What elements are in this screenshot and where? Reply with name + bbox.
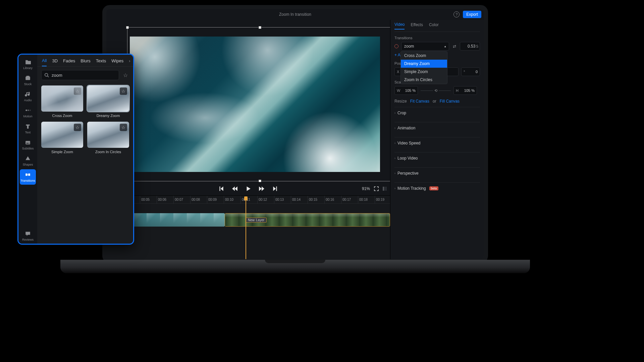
accordion-animation[interactable]: › Animation (394, 122, 480, 134)
scale-link-icon[interactable]: ⟲ (421, 88, 451, 93)
ruler-tick[interactable]: 00:12 (257, 196, 274, 203)
reset-transition-button[interactable] (394, 44, 398, 48)
ruler-tick[interactable]: 00:06 (157, 196, 173, 203)
fullscreen-button[interactable] (373, 185, 380, 192)
skip-end-button[interactable] (272, 186, 278, 192)
rail-library[interactable]: Library (20, 57, 36, 72)
library-tab-blurs[interactable]: Blurs (80, 58, 91, 66)
rail-audio[interactable]: Audio (20, 89, 36, 104)
accordion-loop-video[interactable]: › Loop Video (394, 152, 480, 164)
rail-label: Transitions (20, 179, 35, 182)
rail-subtitles[interactable]: Subtitles (20, 137, 36, 153)
rail-transitions[interactable]: Transitions (20, 169, 36, 185)
resize-handle-top-mid[interactable] (259, 26, 261, 29)
library-thumb[interactable]: ☆ (87, 122, 129, 148)
viewport[interactable] (130, 37, 380, 172)
player-controls-bar: 91% (106, 182, 390, 195)
tab-video[interactable]: Video (394, 22, 405, 29)
help-icon[interactable]: ? (453, 11, 460, 17)
accordion-motion-tracking[interactable]: › Motion Tracking beta (394, 182, 480, 194)
play-button[interactable] (245, 186, 251, 192)
rail-stock[interactable]: Stock (20, 73, 36, 88)
favorites-filter-icon[interactable]: ☆ (122, 72, 129, 78)
ruler-tick[interactable]: 00:11 (240, 196, 257, 203)
tab-color[interactable]: Color (429, 22, 439, 29)
library-card[interactable]: ☆Simple Zoom (41, 122, 83, 154)
ruler-tick[interactable]: 00:05 (140, 196, 157, 203)
fast-forward-button[interactable] (259, 186, 265, 192)
tab-effects[interactable]: Effects (411, 22, 423, 29)
favorite-star-icon[interactable]: ☆ (74, 124, 81, 131)
ruler-tick[interactable]: 00:08 (190, 196, 207, 203)
scale-height-input[interactable]: H 105 % (453, 86, 477, 95)
transition-option-zoom-in-circles[interactable]: Zoom In Circles (401, 76, 447, 84)
library-search-input[interactable] (41, 70, 119, 80)
ruler-tick[interactable]: 00:14 (291, 196, 308, 203)
rail-text[interactable]: Text (20, 121, 36, 136)
transition-chip-layer: Layer (256, 218, 264, 222)
favorite-star-icon[interactable]: ☆ (120, 87, 127, 95)
fit-canvas-button[interactable]: Fit Canvas (410, 99, 429, 104)
ruler-tick[interactable]: 00:13 (274, 196, 291, 203)
resize-handle-top-left[interactable] (126, 26, 129, 29)
fill-canvas-button[interactable]: Fill Canvas (440, 99, 460, 104)
transition-option-dreamy-zoom[interactable]: Dreamy Zoom (401, 60, 447, 68)
rail-shapes[interactable]: Shapes (20, 153, 36, 169)
library-tab-texts[interactable]: Texts (96, 58, 106, 66)
section-transitions-label: Transitions (394, 36, 480, 40)
rewind-button[interactable] (232, 186, 238, 192)
library-thumb[interactable]: ☆ (87, 85, 129, 112)
transition-option-cross-zoom[interactable]: Cross Zoom (401, 52, 447, 60)
playhead[interactable] (246, 196, 246, 259)
chevron-right-icon: › (394, 141, 395, 145)
favorite-star-icon[interactable]: ☆ (74, 87, 81, 95)
library-thumb[interactable]: ☆ (41, 85, 83, 112)
ruler-tick[interactable]: 00:10 (224, 196, 240, 203)
library-card[interactable]: ☆Cross Zoom (41, 85, 83, 118)
chevron-right-icon: › (394, 126, 395, 130)
library-thumb[interactable]: ☆ (41, 122, 83, 148)
subtitles-icon (25, 139, 31, 145)
preview-video-frame (130, 37, 380, 172)
library-tab-fades[interactable]: Fades (63, 58, 75, 66)
rail-motion[interactable]: Motion (20, 105, 36, 120)
library-search-field[interactable] (51, 72, 116, 78)
svg-rect-10 (25, 174, 28, 176)
clip-ocean[interactable] (133, 213, 225, 227)
accordion-perspective[interactable]: › Perspective (394, 167, 480, 179)
ruler-tick[interactable]: 00:17 (341, 196, 358, 203)
library-card[interactable]: ☆Dreamy Zoom (87, 85, 129, 118)
skip-start-button[interactable] (218, 186, 224, 192)
timeline-ruler[interactable]: 00:0500:0600:0700:0800:0900:1000:1100:12… (106, 196, 390, 204)
ruler-tick[interactable]: 00:19 (375, 196, 390, 203)
transition-chip[interactable]: New Layer (246, 213, 267, 227)
rail-reviews[interactable]: Reviews (20, 228, 36, 244)
timeline[interactable]: 00:0500:0600:0700:0800:0900:1000:1100:12… (106, 195, 390, 259)
zoom-readout[interactable]: 91% (362, 186, 370, 191)
rotation-input[interactable]: ° 0 (461, 67, 480, 76)
compare-split-button[interactable] (381, 185, 389, 192)
ruler-tick[interactable]: 00:09 (207, 196, 224, 203)
export-button[interactable]: Export (463, 11, 481, 18)
transition-duration-input[interactable]: 0.53 S (460, 42, 480, 51)
swap-direction-icon[interactable]: ⇄ (452, 44, 457, 49)
transition-option-simple-zoom[interactable]: Simple Zoom (401, 68, 447, 76)
library-tab-all[interactable]: All (42, 58, 47, 66)
ruler-tick[interactable]: 00:18 (358, 196, 375, 203)
library-card[interactable]: ☆Zoom In Circles (87, 122, 129, 154)
scale-width-input[interactable]: W 105 % (394, 86, 418, 95)
add-transition-button[interactable]: + A (394, 53, 400, 57)
library-tab-wipes[interactable]: Wipes (111, 58, 123, 66)
favorite-star-icon[interactable]: ☆ (120, 124, 127, 131)
rail-label: Shapes (23, 163, 33, 166)
ruler-tick[interactable]: 00:15 (308, 196, 324, 203)
accordion-crop[interactable]: › Crop (394, 107, 480, 119)
beta-badge: beta (429, 186, 439, 190)
transition-select[interactable]: zoom ▴ (401, 42, 449, 51)
accordion-video-speed[interactable]: › Video Speed (394, 137, 480, 149)
ruler-tick[interactable]: 00:16 (324, 196, 341, 203)
library-tab-3d[interactable]: 3D (52, 58, 58, 66)
chevron-right-icon[interactable]: › (129, 58, 130, 66)
inspector-panel: Video Effects Color Transitions zoom ▴ ⇄… (390, 20, 484, 259)
ruler-tick[interactable]: 00:07 (173, 196, 190, 203)
